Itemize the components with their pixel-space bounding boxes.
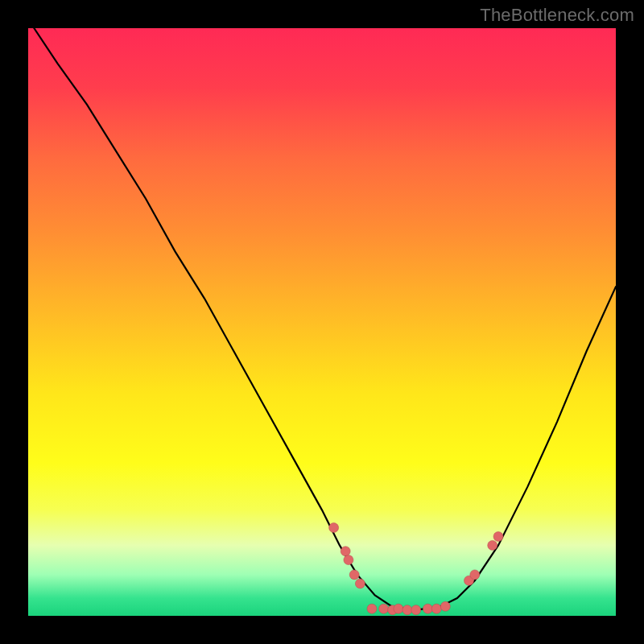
data-marker bbox=[367, 604, 377, 613]
bottleneck-curve bbox=[28, 28, 616, 616]
data-marker bbox=[379, 604, 389, 613]
data-marker bbox=[411, 605, 421, 615]
data-marker bbox=[493, 532, 503, 542]
data-marker bbox=[344, 555, 353, 565]
data-marker bbox=[440, 601, 450, 611]
data-marker bbox=[488, 540, 497, 550]
data-marker bbox=[341, 547, 350, 556]
data-marker bbox=[394, 604, 403, 613]
data-marker bbox=[349, 570, 359, 580]
data-marker bbox=[355, 579, 365, 588]
data-marker bbox=[431, 604, 441, 613]
data-marker bbox=[329, 523, 339, 533]
curve-line bbox=[34, 28, 616, 610]
watermark-text: TheBottleneck.com bbox=[480, 5, 634, 26]
data-marker bbox=[423, 604, 432, 613]
data-marker bbox=[402, 605, 412, 615]
data-marker bbox=[470, 570, 480, 580]
